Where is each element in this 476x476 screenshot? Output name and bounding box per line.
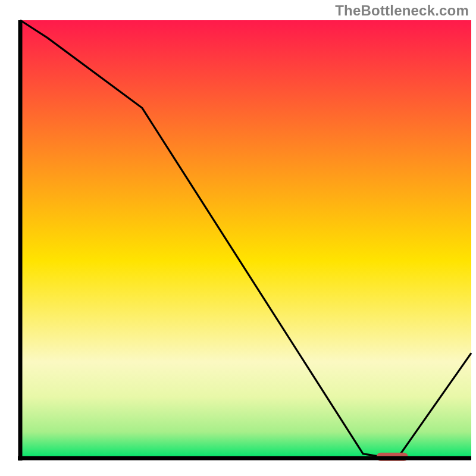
chart-svg — [0, 0, 476, 476]
attribution-label: TheBottleneck.com — [335, 2, 469, 19]
plot-background — [20, 20, 471, 458]
bottleneck-chart: TheBottleneck.com — [0, 0, 476, 476]
